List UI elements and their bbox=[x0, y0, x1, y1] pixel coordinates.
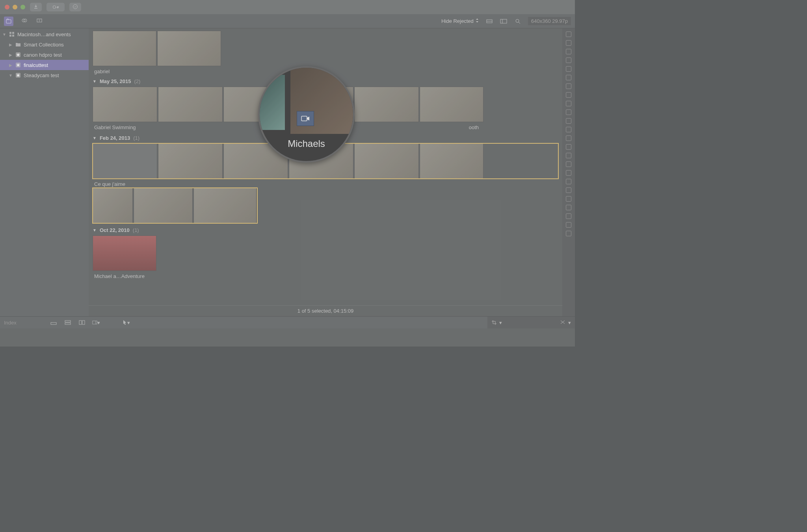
background-tasks-button[interactable] bbox=[69, 3, 81, 11]
svg-rect-1 bbox=[6, 20, 11, 23]
inspector-checkbox[interactable] bbox=[566, 231, 571, 236]
inspector-bottom-bar: ▾ ▾ bbox=[487, 317, 575, 328]
zoom-window-button[interactable] bbox=[20, 5, 25, 9]
library-row[interactable]: ▼ Macintosh…and events bbox=[0, 29, 89, 39]
library-label: Macintosh…and events bbox=[17, 32, 71, 37]
sidebar-item[interactable]: ▶canon hdpro test bbox=[0, 50, 89, 60]
clip-thumbnail[interactable] bbox=[93, 143, 157, 179]
keyword-button[interactable]: O-▾ bbox=[46, 3, 65, 11]
group-count: (2) bbox=[134, 78, 140, 84]
star-icon bbox=[15, 62, 21, 68]
inspector-checkbox[interactable] bbox=[566, 161, 571, 167]
share-tool-button[interactable]: ▾ bbox=[560, 320, 571, 326]
clip-thumbnail[interactable] bbox=[134, 188, 193, 223]
svg-rect-13 bbox=[12, 32, 14, 34]
timeline-index-button[interactable]: Index bbox=[4, 320, 43, 326]
inspector-checkbox[interactable] bbox=[566, 66, 571, 72]
clip-thumbnail[interactable] bbox=[93, 188, 133, 223]
inspector-checkbox[interactable] bbox=[566, 118, 571, 124]
inspector-sidebar bbox=[562, 28, 575, 316]
clip-row[interactable] bbox=[93, 188, 257, 223]
minimize-window-button[interactable] bbox=[13, 5, 17, 9]
group-date: May 25, 2015 bbox=[100, 78, 131, 84]
clip-row[interactable] bbox=[93, 235, 558, 271]
inspector-checkbox[interactable] bbox=[566, 170, 571, 176]
inspector-checkbox[interactable] bbox=[566, 101, 571, 106]
clip-thumbnail[interactable] bbox=[193, 188, 257, 223]
sidebar-item[interactable]: ▶Smart Collections bbox=[0, 39, 89, 50]
inspector-checkbox[interactable] bbox=[566, 135, 571, 141]
svg-rect-12 bbox=[9, 32, 11, 34]
adjust-icon bbox=[560, 320, 566, 326]
select-tool-button[interactable]: ▾ bbox=[122, 319, 130, 326]
zoom-clip-label: Michaels bbox=[260, 138, 353, 149]
inspector-checkbox[interactable] bbox=[566, 83, 571, 89]
key-icon: O-▾ bbox=[52, 5, 58, 10]
hide-rejected-dropdown[interactable]: Hide Rejected bbox=[441, 18, 479, 24]
search-button[interactable] bbox=[514, 17, 522, 25]
svg-rect-23 bbox=[82, 321, 85, 324]
layout-button-3[interactable] bbox=[78, 319, 86, 326]
inspector-checkbox[interactable] bbox=[566, 40, 571, 46]
clip-thumbnail[interactable] bbox=[157, 31, 221, 66]
inspector-checkbox[interactable] bbox=[566, 127, 571, 132]
group-count: (1) bbox=[133, 227, 139, 233]
layout-button-4[interactable]: ▾ bbox=[92, 319, 100, 326]
svg-point-10 bbox=[516, 19, 519, 22]
filmstrip-view-button[interactable] bbox=[485, 17, 493, 25]
clip-thumbnail[interactable] bbox=[420, 87, 483, 122]
svg-rect-19 bbox=[51, 323, 56, 324]
camera-badge-icon bbox=[297, 111, 314, 126]
svg-rect-26 bbox=[301, 116, 307, 121]
clip-label: Michael a…Adventure bbox=[94, 273, 558, 279]
inspector-checkbox[interactable] bbox=[566, 179, 571, 184]
crop-tool-button[interactable]: ▾ bbox=[491, 320, 502, 326]
clip-thumbnail[interactable] bbox=[354, 87, 419, 122]
clip-row[interactable] bbox=[93, 31, 558, 66]
photos-tab[interactable] bbox=[20, 17, 28, 24]
hide-rejected-label: Hide Rejected bbox=[441, 18, 474, 24]
layout-button-2[interactable] bbox=[64, 319, 72, 326]
inspector-checkbox[interactable] bbox=[566, 222, 571, 228]
close-window-button[interactable] bbox=[5, 5, 9, 9]
inspector-checkbox[interactable] bbox=[566, 205, 571, 210]
timeline-toolbar: Index ▾ ▾ bbox=[0, 317, 487, 328]
inspector-checkbox[interactable] bbox=[566, 92, 571, 98]
disclosure-icon: ▶ bbox=[9, 63, 13, 67]
clip-thumbnail[interactable] bbox=[420, 143, 483, 179]
svg-rect-14 bbox=[9, 35, 11, 37]
inspector-checkbox[interactable] bbox=[566, 49, 571, 54]
sidebar-item[interactable]: ▼Steadycam test bbox=[0, 70, 89, 80]
inspector-checkbox[interactable] bbox=[566, 144, 571, 150]
inspector-checkbox[interactable] bbox=[566, 187, 571, 193]
clip-thumbnail[interactable] bbox=[158, 87, 223, 122]
group-count: (1) bbox=[133, 135, 139, 141]
group-date: Feb 24, 2013 bbox=[100, 135, 130, 141]
list-view-button[interactable] bbox=[500, 17, 508, 25]
zoom-callout: Michaels bbox=[258, 66, 355, 163]
inspector-checkbox[interactable] bbox=[566, 75, 571, 80]
layout-button-1[interactable] bbox=[50, 319, 58, 326]
svg-point-0 bbox=[73, 4, 78, 9]
clip-thumbnail[interactable] bbox=[354, 143, 419, 179]
inspector-checkbox[interactable] bbox=[566, 32, 571, 37]
clip-thumbnail[interactable] bbox=[93, 31, 156, 66]
sort-icon bbox=[475, 18, 479, 24]
inspector-checkbox[interactable] bbox=[566, 213, 571, 219]
svg-rect-15 bbox=[12, 35, 14, 37]
date-group-header[interactable]: ▼Oct 22, 2010(1) bbox=[93, 227, 558, 233]
inspector-checkbox[interactable] bbox=[566, 153, 571, 158]
clip-thumbnail[interactable] bbox=[93, 235, 156, 271]
inspector-checkbox[interactable] bbox=[566, 196, 571, 202]
clip-thumbnail[interactable] bbox=[158, 143, 223, 179]
svg-text:T: T bbox=[39, 19, 41, 22]
titles-tab[interactable]: T bbox=[35, 17, 43, 24]
sidebar-item[interactable]: ▶finalcuttest bbox=[0, 60, 89, 70]
inspector-checkbox[interactable] bbox=[566, 57, 571, 63]
sidebar-item-label: Steadycam test bbox=[24, 72, 59, 78]
import-button[interactable] bbox=[30, 3, 42, 11]
library-tab[interactable] bbox=[4, 17, 13, 26]
clip-label: Ce que j'aime bbox=[94, 181, 558, 187]
inspector-checkbox[interactable] bbox=[566, 109, 571, 115]
clip-thumbnail[interactable] bbox=[93, 87, 157, 122]
